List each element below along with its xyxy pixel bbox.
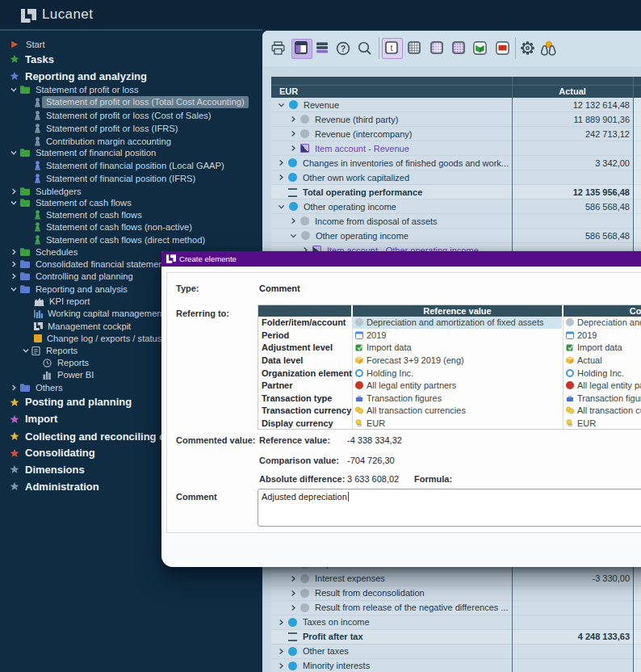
svg-text:t: t xyxy=(391,43,393,52)
svg-text:?: ? xyxy=(341,44,346,53)
